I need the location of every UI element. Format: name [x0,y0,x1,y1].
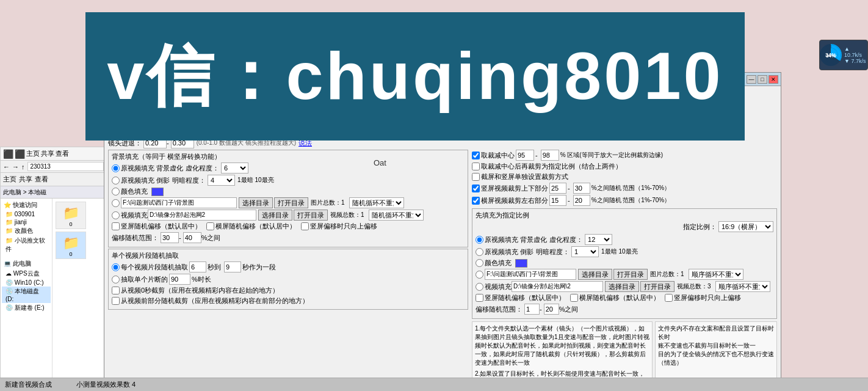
video-loop-select[interactable]: 随机循环不重复 [369,210,424,221]
nav-up[interactable]: ↑ [21,163,25,170]
heng-v2[interactable] [573,195,590,206]
minimize-button[interactable]: — [747,75,756,84]
from-start-row: 从视频0秒截剪（应用在视频精彩内容在起始的地方） [112,286,465,295]
take-center2-check[interactable]: 取裁减中心后再裁剪为指定比例（结合上两件） [472,162,622,171]
quick-item-030901[interactable]: 📁 030901 [2,210,51,218]
img-loop-select[interactable]: 随机循环不重复 [349,197,404,208]
heng-check[interactable]: 横屏视频裁剪左右部分 [472,196,548,205]
shu-v1[interactable] [549,183,566,194]
bg-open-dir-btn[interactable]: 打开目录 [274,197,308,208]
r-pianyi-check[interactable]: 竖屏偏移时只向上偏移 [665,293,741,302]
r-bg-radio-1[interactable]: 原视频填充 背景虚化 [476,235,547,244]
explorer-nav: ← → ↑ 230313 [1,161,106,173]
every-from-input[interactable] [189,261,206,272]
r-pian-from[interactable] [524,304,540,315]
quick-item-jianji[interactable]: 📁 jianji [2,218,51,226]
quick-item-color[interactable]: 📁 改颜色 [2,226,51,236]
toolbar-icon-5: 查看 [56,149,69,158]
quick-item-novel[interactable]: 📁 小说推文软件 [2,236,51,254]
nav-path[interactable]: 230313 [27,162,104,171]
r-bg-radio-video[interactable]: 视频填充 [476,282,512,291]
heng-dash: - [568,197,570,204]
r-color-fill-swatch[interactable] [515,259,527,268]
pian-dash: - [179,234,181,241]
bg-radio-img[interactable] [112,199,121,207]
close-button[interactable]: ✕ [769,75,778,84]
crop-v2[interactable] [541,150,559,161]
single-video-title: 单个视频片段随机抽取 [112,251,465,260]
r-blur-select[interactable]: 12 [585,234,612,245]
spacer [2,254,51,259]
from-start-check[interactable]: 从视频0秒截剪（应用在视频精彩内容在起始的地方） [112,286,279,295]
bg-image-path[interactable] [121,197,237,208]
extract-radio[interactable]: 抽取单个片断的 [112,275,168,284]
every-row: 每个视频片段随机抽取 秒到 秒作为一段 [112,261,465,272]
r-heng-check[interactable]: 横屏随机偏移（默认居中） [570,293,660,302]
bg-video-open-btn[interactable]: 打开目录 [294,210,328,221]
left-col: 背景填充（等同于 横坚屏砖换功能） 原视频填充 背景虚化 虚化程度： 6 原视频… [108,150,468,391]
extract-input[interactable] [169,274,190,285]
shu-v2[interactable] [573,183,590,194]
shu-check[interactable]: 竖屏视频裁剪上下部分 [472,184,548,193]
r-bg-radio-img[interactable] [476,271,485,279]
single-video-section: 单个视频片段随机抽取 每个视频片段随机抽取 秒到 秒作为一段 抽取单个片断的 %… [108,249,468,310]
every-radio[interactable]: 每个视频片段随机抽取 [112,263,188,272]
r-bg-radio-2[interactable]: 原视频填充 倒影 [476,247,533,257]
r-check-row: 竖屏随机偏移（默认居中） 横屏随机偏移（默认居中） 竖屏偏移时只向上偏移 [476,293,773,302]
folder-item-02[interactable]: 📁 0 [56,232,86,259]
r-bright-hint: 1最暗 10最亮 [601,247,637,256]
nav-back[interactable]: ← [3,163,10,170]
blur-select[interactable]: 6 [221,163,248,174]
r-bg-open-btn[interactable]: 打开目录 [613,269,648,280]
bg-video-path[interactable] [148,210,256,221]
nav-e[interactable]: 💿 新建卷 (E:) [2,303,51,313]
every-to-input[interactable] [224,261,241,272]
suiji-check[interactable]: 竖屏随机偏移（默认居中） [112,222,201,231]
r-bg-video-select-btn[interactable]: 选择目录 [605,281,639,292]
toolbar-icon-3: 主页 [26,149,40,158]
r-bg-radio-3[interactable]: 颜色填充 [476,258,512,268]
pian-to[interactable] [183,232,201,243]
r-img-loop-select[interactable]: 顺序循环不重复 [689,269,743,280]
crop-v1[interactable] [516,150,534,161]
folder-item-01[interactable]: 📁 0 [56,202,86,229]
r-suiji-check[interactable]: 竖屏随机偏移（默认居中） [476,293,565,302]
color-fill-swatch-left[interactable] [151,188,164,196]
bg-radio-3[interactable]: 颜色填充 [112,187,148,196]
net-up: ▲ 10.7k/s [844,46,867,58]
every-unit2: 秒作为一段 [242,263,276,272]
bg-select-dir-btn[interactable]: 选择目录 [239,197,273,208]
r-img-count: 图片总数：1 [650,270,684,279]
shu-dash: - [568,185,570,192]
toolbar-icon-4: 共享 [41,149,54,158]
bright-label: 明暗程度： [172,176,206,185]
r-bright-select[interactable]: 1 [571,246,599,257]
pianyi-check[interactable]: 竖屏偏移时只向上偏移 [301,222,377,231]
bg-video-select-btn[interactable]: 选择目录 [258,210,292,221]
r-pian-to[interactable] [544,304,559,315]
r-bg-image-path[interactable] [485,269,576,280]
heng-suiji-check[interactable]: 横屏随机偏移（默认居中） [206,222,296,231]
bg-radio-1[interactable]: 原视频填充 背景虚化 [112,164,183,173]
pian-from[interactable] [161,232,179,243]
r-bg-video-path[interactable] [512,281,603,292]
bg-radio-2[interactable]: 原视频填充 倒影 [112,176,170,185]
r-bg-select-btn[interactable]: 选择目录 [578,269,612,280]
nav-forward[interactable]: → [12,163,19,170]
taskbar: 新建音视频合成 小测量视频效果数 4 [0,378,868,391]
nav-c[interactable]: 💿 Win10 (C:) [2,279,51,287]
cpu-label: 34% [825,52,836,58]
nav-d[interactable]: 💿 本地磁盘 (D: [2,287,51,303]
explorer-toolbar2: 主页 共享 查看 [1,173,106,186]
full-screen-check[interactable]: 截屏和竖屏单独设置裁剪方式 [472,172,568,181]
maximize-button[interactable]: □ [758,75,767,84]
r-bg-video-open-btn[interactable]: 打开目录 [640,281,675,292]
from-front-check[interactable]: 从视频前部分随机截剪（应用在视频精彩内容在前部分的地方） [112,296,309,305]
aspect-select[interactable]: 16:9（横屏） [718,221,773,232]
heng-v1[interactable] [549,195,566,206]
bg-radio-video[interactable]: 视频填充 [112,211,148,220]
r-video-loop-select[interactable]: 顺序循环不重复 [715,281,770,292]
bright-select[interactable]: 4 [208,175,235,186]
nav-wps[interactable]: ☁ WPS云盘 [2,269,51,279]
take-center-check[interactable]: 取裁减中心 [472,151,515,160]
